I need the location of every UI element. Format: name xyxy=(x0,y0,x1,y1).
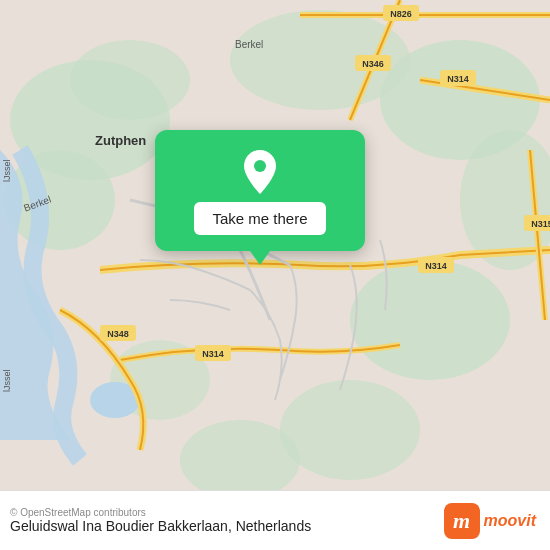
svg-point-31 xyxy=(254,160,266,172)
navigation-popup[interactable]: Take me there xyxy=(155,130,365,251)
svg-text:Berkel: Berkel xyxy=(235,39,263,50)
svg-text:N314: N314 xyxy=(425,261,447,271)
svg-point-7 xyxy=(350,260,510,380)
bottom-info-bar: © OpenStreetMap contributors Geluidswal … xyxy=(0,490,550,550)
svg-text:N314: N314 xyxy=(447,74,469,84)
svg-point-8 xyxy=(280,380,420,480)
moovit-logo[interactable]: m moovit xyxy=(444,503,536,539)
svg-text:lJssel: lJssel xyxy=(2,159,12,182)
take-me-there-button[interactable]: Take me there xyxy=(194,202,325,235)
svg-text:N314: N314 xyxy=(202,349,224,359)
svg-point-3 xyxy=(70,40,190,120)
svg-text:N826: N826 xyxy=(390,9,412,19)
location-title: Geluidswal Ina Boudier Bakkerlaan, Nethe… xyxy=(10,518,311,534)
svg-text:N348: N348 xyxy=(107,329,129,339)
svg-text:lJssel: lJssel xyxy=(2,369,12,392)
location-pin-icon xyxy=(238,148,282,192)
map-attribution: © OpenStreetMap contributors xyxy=(10,507,311,518)
moovit-brand-text: moovit xyxy=(484,512,536,530)
svg-text:Zutphen: Zutphen xyxy=(95,133,146,148)
svg-text:N346: N346 xyxy=(362,59,384,69)
svg-text:N315: N315 xyxy=(531,219,550,229)
moovit-icon: m xyxy=(444,503,480,539)
location-info: © OpenStreetMap contributors Geluidswal … xyxy=(10,507,311,534)
map-container: N826 N346 N314 N314 N314 N315 N348 Zutph… xyxy=(0,0,550,490)
